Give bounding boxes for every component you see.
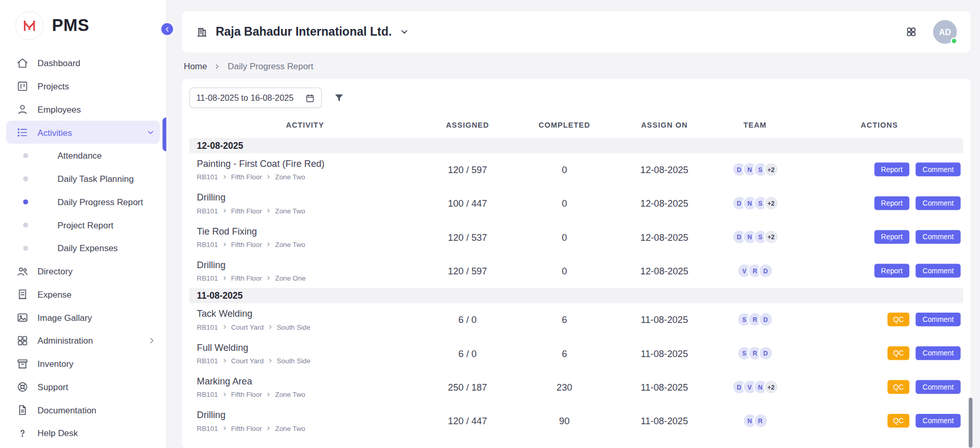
funnel-icon bbox=[333, 92, 345, 104]
sidebar-item-project-report[interactable]: Project Report bbox=[0, 213, 166, 237]
qc-button[interactable]: QC bbox=[888, 414, 910, 428]
sidebar-item-projects[interactable]: Projects bbox=[0, 74, 166, 98]
team-avatar[interactable]: D bbox=[758, 346, 773, 361]
assign-on-value: 12-08-2025 bbox=[614, 231, 714, 242]
sidebar-item-label: Employees bbox=[38, 104, 81, 114]
date-range-input[interactable] bbox=[196, 93, 303, 102]
comment-button[interactable]: Comment bbox=[916, 346, 961, 360]
comment-button[interactable]: Comment bbox=[916, 414, 961, 428]
sidebar-item-employees[interactable]: Employees bbox=[0, 98, 166, 121]
team-avatar-extra[interactable]: +2 bbox=[764, 379, 779, 394]
sidebar-item-label: Administration bbox=[38, 335, 93, 345]
online-status-dot bbox=[951, 38, 957, 44]
scrollbar-thumb[interactable] bbox=[969, 397, 972, 447]
document-icon bbox=[16, 404, 28, 416]
sidebar-item-documentation[interactable]: Documentation bbox=[0, 398, 166, 422]
filter-row bbox=[190, 87, 963, 108]
breadcrumb-home-link[interactable]: Home bbox=[184, 61, 207, 71]
team-avatar-extra[interactable]: +2 bbox=[764, 229, 779, 244]
sidebar-item-support[interactable]: Support bbox=[0, 375, 166, 398]
assigned-value: 120 / 447 bbox=[421, 415, 514, 426]
filter-button[interactable] bbox=[333, 92, 345, 104]
projects-icon bbox=[16, 80, 28, 92]
qc-button[interactable]: QC bbox=[888, 380, 910, 394]
activity-title: Full Welding bbox=[197, 342, 421, 353]
content-card: ACTIVITY ASSIGNED COMPLETED ASSIGN ON TE… bbox=[182, 79, 971, 448]
main-area: Raja Bahadur International Ltd. AD Home bbox=[167, 0, 980, 448]
date-range-picker[interactable] bbox=[190, 87, 322, 108]
company-selector[interactable]: Raja Bahadur International Ltd. bbox=[196, 25, 410, 39]
activity-title: Drilling bbox=[197, 192, 421, 203]
completed-value: 6 bbox=[515, 314, 615, 325]
comment-button[interactable]: Comment bbox=[916, 163, 961, 177]
bullet-icon bbox=[23, 199, 28, 204]
comment-button[interactable]: Comment bbox=[916, 230, 961, 244]
date-group-header: 12-08-2025 bbox=[190, 138, 963, 153]
image-icon bbox=[16, 311, 28, 323]
sidebar-item-expense[interactable]: Expense bbox=[0, 283, 166, 306]
table-row: Drilling RB101 Fifth Floor Zone One 120 … bbox=[190, 254, 963, 288]
sidebar-item-label: Projects bbox=[38, 81, 69, 91]
bullet-icon bbox=[23, 245, 28, 251]
activities-submenu: Attendance Daily Task Planning Daily Pro… bbox=[0, 144, 166, 259]
date-group-header: 11-08-2025 bbox=[190, 288, 963, 303]
assigned-value: 120 / 597 bbox=[421, 266, 514, 276]
qc-button[interactable]: QC bbox=[888, 313, 910, 327]
report-button[interactable]: Report bbox=[874, 230, 909, 244]
chevron-separator-icon bbox=[267, 175, 271, 180]
chevron-separator-icon bbox=[222, 242, 226, 247]
qc-button[interactable]: QC bbox=[888, 346, 910, 360]
column-header-activity: ACTIVITY bbox=[190, 120, 421, 129]
sidebar-item-administration[interactable]: Administration bbox=[0, 329, 166, 352]
sidebar-subitem-label: Attendance bbox=[57, 150, 102, 160]
team-avatar[interactable]: D bbox=[758, 312, 773, 327]
lifebuoy-icon bbox=[16, 380, 28, 393]
team-avatars: V R D bbox=[714, 263, 796, 278]
chevron-down-icon bbox=[399, 27, 409, 37]
comment-button[interactable]: Comment bbox=[916, 380, 961, 394]
assign-on-value: 11-08-2025 bbox=[614, 314, 714, 325]
team-avatars: S R D bbox=[714, 312, 796, 327]
chevron-separator-icon bbox=[222, 175, 226, 180]
assign-on-value: 11-08-2025 bbox=[614, 382, 714, 393]
chevron-separator-icon bbox=[267, 426, 271, 431]
comment-button[interactable]: Comment bbox=[916, 264, 961, 278]
table-row: Painting - First Coat (Fire Red) RB101 F… bbox=[190, 153, 963, 187]
column-header-actions: ACTIONS bbox=[796, 120, 963, 129]
path-segment: RB101 bbox=[197, 241, 218, 249]
report-button[interactable]: Report bbox=[874, 163, 909, 177]
sidebar-item-daily-expenses[interactable]: Daily Expenses bbox=[0, 236, 166, 259]
sidebar-item-daily-progress-report[interactable]: Daily Progress Report bbox=[0, 190, 166, 213]
assign-on-value: 11-08-2025 bbox=[614, 415, 714, 426]
sidebar-item-help-desk[interactable]: Help Desk bbox=[0, 421, 166, 444]
comment-button[interactable]: Comment bbox=[916, 196, 961, 210]
sidebar-item-attendance[interactable]: Attendance bbox=[0, 144, 166, 167]
path-segment: Zone Two bbox=[275, 391, 305, 398]
avatar-initials: AD bbox=[939, 27, 951, 37]
chevron-separator-icon bbox=[222, 208, 226, 213]
team-avatar[interactable]: R bbox=[753, 413, 768, 428]
user-avatar[interactable]: AD bbox=[933, 20, 957, 44]
team-avatar[interactable]: D bbox=[758, 263, 773, 278]
sidebar-item-daily-task-planning[interactable]: Daily Task Planning bbox=[0, 167, 166, 190]
team-avatar-extra[interactable]: +2 bbox=[764, 162, 779, 177]
comment-button[interactable]: Comment bbox=[916, 313, 961, 327]
team-avatar-extra[interactable]: +2 bbox=[764, 196, 779, 211]
activity-title: Painting - First Coat (Fire Red) bbox=[197, 158, 421, 169]
sidebar-item-image-gallery[interactable]: Image Gallary bbox=[0, 306, 166, 329]
table-row: Drilling RB101 Fifth Floor Zone Two 100 … bbox=[190, 187, 963, 221]
sidebar-item-dashboard[interactable]: Dashboard bbox=[0, 51, 166, 74]
sidebar-item-directory[interactable]: Directory bbox=[0, 259, 166, 283]
chevron-left-icon bbox=[163, 25, 171, 33]
team-avatars: S R D bbox=[714, 346, 796, 361]
sidebar-item-inventory[interactable]: Inventory bbox=[0, 352, 166, 375]
sidebar-collapse-button[interactable] bbox=[160, 22, 175, 36]
report-button[interactable]: Report bbox=[874, 196, 909, 210]
sidebar-item-activities[interactable]: Activities bbox=[6, 120, 160, 144]
table-header: ACTIVITY ASSIGNED COMPLETED ASSIGN ON TE… bbox=[190, 120, 963, 138]
report-button[interactable]: Report bbox=[874, 264, 909, 278]
apps-grid-button[interactable] bbox=[906, 26, 917, 38]
path-segment: Zone One bbox=[275, 274, 306, 282]
path-segment: Court Yard bbox=[231, 323, 263, 331]
sidebar-item-label: Support bbox=[38, 382, 68, 392]
